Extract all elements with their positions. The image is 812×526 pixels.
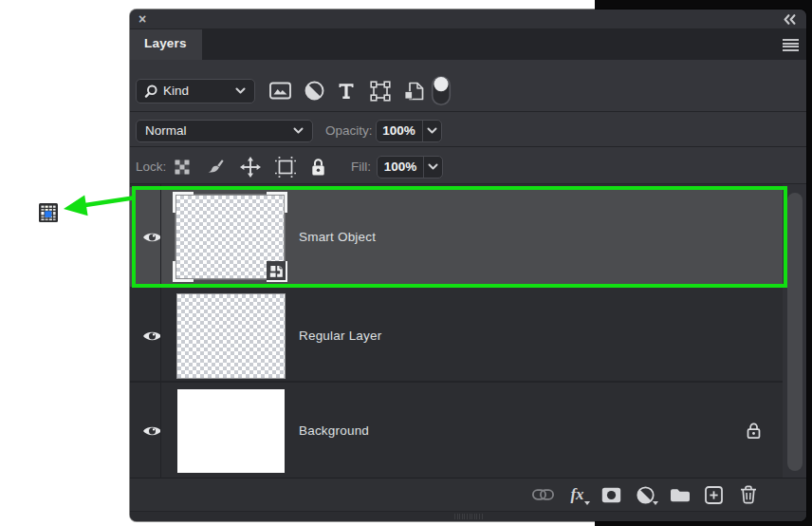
layers-panel: × Layers Kind	[130, 9, 806, 521]
blend-mode-select[interactable]: Normal	[136, 120, 313, 142]
layer-filter-toggle-icon[interactable]	[431, 75, 452, 106]
tab-layers-label: Layers	[144, 36, 187, 50]
chevron-down-icon	[293, 127, 304, 134]
layer-styles-icon[interactable]: fx	[566, 483, 588, 506]
visibility-eye-icon[interactable]	[142, 424, 162, 438]
lock-bar: Lock:	[130, 147, 806, 184]
lock-all-icon[interactable]	[310, 158, 326, 177]
opacity-input[interactable]: 100%	[376, 120, 442, 142]
layer-thumbnail[interactable]	[177, 389, 285, 473]
pixel-layer-filter-icon[interactable]	[269, 82, 291, 100]
annotation-arrow	[0, 0, 152, 237]
background-lock-icon	[745, 422, 763, 440]
lock-label: Lock:	[136, 160, 166, 174]
lock-artboard-icon[interactable]	[275, 157, 296, 178]
panel-title-bar: ×	[130, 9, 806, 29]
filter-kind-value: Kind	[163, 84, 189, 98]
panel-menu-icon[interactable]	[783, 39, 799, 51]
resize-grip-icon[interactable]	[454, 514, 483, 519]
layer-name[interactable]: Regular Layer	[299, 329, 381, 343]
magnifier-icon	[144, 85, 157, 98]
collapse-panel-icon[interactable]	[784, 14, 796, 25]
new-layer-icon[interactable]	[703, 483, 725, 506]
layer-row-background[interactable]: Background	[130, 385, 783, 478]
blend-bar: Normal Opacity: 100%	[130, 112, 806, 147]
opacity-dropdown-button[interactable]	[422, 121, 441, 141]
smart-object-filter-icon[interactable]	[404, 82, 424, 101]
chevron-down-icon	[427, 127, 437, 134]
link-layers-icon[interactable]	[532, 483, 554, 506]
lock-position-icon[interactable]	[240, 157, 261, 178]
adjustment-layer-filter-icon[interactable]	[304, 81, 324, 101]
type-layer-filter-icon[interactable]	[337, 82, 356, 101]
filter-kind-select[interactable]: Kind	[136, 79, 255, 103]
scrollbar-thumb[interactable]	[787, 193, 803, 471]
fill-dropdown-button[interactable]	[423, 157, 442, 178]
opacity-value: 100%	[377, 123, 422, 138]
blend-mode-value: Normal	[145, 123, 187, 138]
opacity-label: Opacity:	[325, 123, 373, 138]
chevron-down-icon	[428, 163, 438, 170]
layer-row-regular-layer[interactable]: Regular Layer	[130, 291, 783, 383]
highlight-rectangle	[132, 186, 787, 288]
layer-thumbnail[interactable]	[177, 294, 285, 378]
shape-layer-filter-icon[interactable]	[370, 81, 391, 102]
grid-favicon-icon	[39, 203, 58, 222]
close-icon[interactable]: ×	[138, 10, 146, 28]
footer-toolbar: fx	[130, 478, 806, 511]
tab-layers[interactable]: Layers	[130, 29, 202, 60]
lock-transparent-pixels-icon[interactable]	[175, 160, 190, 175]
chevron-down-icon	[235, 87, 246, 94]
layer-list: Smart Object Regular Layer	[130, 184, 806, 478]
fill-input[interactable]: 100%	[377, 156, 443, 178]
filter-bar: Kind	[130, 60, 806, 112]
fill-value: 100%	[378, 160, 423, 174]
new-adjustment-layer-icon[interactable]	[635, 483, 656, 506]
delete-layer-icon[interactable]	[737, 483, 759, 506]
page: × Layers Kind	[0, 0, 812, 526]
panel-bottom-edge	[130, 511, 806, 521]
layer-name[interactable]: Background	[299, 423, 369, 438]
tab-bar: Layers	[130, 29, 806, 60]
fx-label: fx	[570, 485, 583, 504]
visibility-eye-icon[interactable]	[142, 329, 162, 343]
new-group-icon[interactable]	[669, 483, 691, 506]
lock-image-pixels-icon[interactable]	[207, 158, 225, 176]
add-layer-mask-icon[interactable]	[600, 483, 622, 506]
dropdown-arrow-icon	[653, 501, 658, 505]
fill-label: Fill:	[351, 160, 371, 174]
dropdown-arrow-icon	[584, 501, 590, 505]
